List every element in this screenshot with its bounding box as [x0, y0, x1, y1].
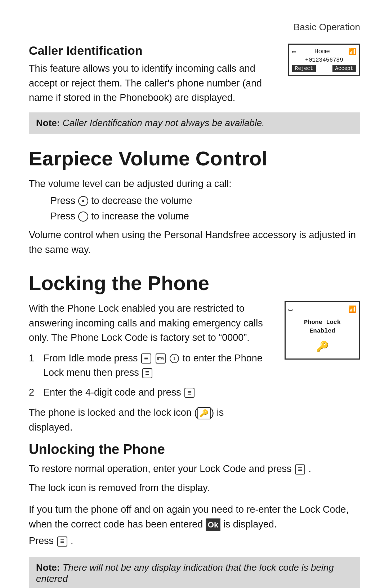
- locking-note: Note: There will not be any display indi…: [29, 557, 360, 588]
- unlocking-press-line: Press ☰ .: [29, 534, 360, 548]
- phone-lock-screen-top: ▭ 📶: [289, 305, 356, 313]
- press-increase-line: Press to increase the volume: [50, 211, 360, 222]
- decrease-text: to decrease the volume: [91, 195, 192, 206]
- step-2-num: 2: [29, 385, 37, 400]
- confirm-btn-icon-2: ☰: [184, 388, 194, 398]
- locking-intro: With the Phone Lock enabled you are rest…: [29, 301, 270, 345]
- earpiece-footer: Volume control when using the Personal H…: [29, 228, 360, 257]
- locking-step-2: 2 Enter the 4-digit code and press ☰: [29, 385, 270, 400]
- menu-btn-icon: ☰: [141, 353, 151, 364]
- unlocking-text-3: If you turn the phone off and on again y…: [29, 502, 360, 531]
- volume-up-btn-icon: [78, 211, 88, 222]
- locking-content: With the Phone Lock enabled you are rest…: [29, 301, 360, 435]
- note2-label: Note:: [36, 562, 60, 573]
- step-2-text: Enter the 4-digit code and press ☰: [43, 385, 195, 400]
- phone-battery-icon: ▭: [292, 48, 296, 55]
- note-text: Caller Identification may not always be …: [63, 117, 265, 128]
- phone-lock-battery-icon: ▭: [289, 305, 292, 313]
- increase-text: to increase the volume: [91, 211, 189, 222]
- phone-signal-icon: 📶: [348, 48, 356, 55]
- earpiece-heading: Earpiece Volume Control: [29, 147, 360, 170]
- page-header-text: Basic Operation: [294, 22, 360, 32]
- caller-id-note: Note: Caller Identification may not alwa…: [29, 112, 360, 134]
- caller-id-heading: Caller Identification: [29, 44, 274, 58]
- volume-down-btn-icon: [78, 196, 88, 206]
- press-increase-label: Press: [50, 211, 75, 222]
- phone-lock-key-icon: 🔑: [289, 338, 356, 356]
- phone-title: Home: [314, 48, 330, 55]
- caller-id-phone-screen: ▭ Home 📶 +0123456789 Reject Accept: [288, 44, 360, 76]
- lock-icon: 🔑: [197, 407, 211, 419]
- lock-result-text: The phone is locked and the lock icon (🔑…: [29, 405, 270, 435]
- phone-lock-signal-icon: 📶: [348, 305, 356, 313]
- locking-heading: Locking the Phone: [29, 271, 360, 295]
- locking-section: Locking the Phone With the Phone Lock en…: [29, 271, 360, 588]
- phone-number-display: +0123456789: [292, 57, 356, 63]
- caller-id-text-block: Caller Identification This feature allow…: [29, 44, 274, 105]
- phone-screen-buttons: Reject Accept: [292, 65, 356, 72]
- final-confirm-btn-icon: ☰: [57, 536, 67, 547]
- unlocking-text-2: The lock icon is removed from the displa…: [29, 481, 360, 495]
- earpiece-section: Earpiece Volume Control The volume level…: [29, 147, 360, 257]
- note-label: Note:: [36, 117, 60, 128]
- confirm-btn-icon-1: ☰: [142, 368, 152, 378]
- phone-lock-screen: ▭ 📶 Phone Lock Enabled 🔑: [285, 301, 360, 360]
- earpiece-intro: The volume level can be adjusted during …: [29, 177, 360, 191]
- locking-text-block: With the Phone Lock enabled you are rest…: [29, 301, 270, 435]
- unlock-confirm-btn-icon: ☰: [295, 464, 305, 475]
- step-1-num: 1: [29, 351, 37, 380]
- step-1-text: From Idle mode press ☰ 8TW 1 to enter th…: [43, 351, 270, 380]
- press-decrease-label: Press: [50, 195, 75, 206]
- ok-badge: Ok: [206, 518, 220, 531]
- one-btn-icon: 1: [170, 354, 179, 363]
- 8-btn-icon: 8TW: [156, 353, 166, 364]
- press-decrease-line: Press to decrease the volume: [50, 195, 360, 206]
- unlocking-text-1: To restore normal operation, enter your …: [29, 462, 360, 476]
- locking-step-1: 1 From Idle mode press ☰ 8TW 1 to enter …: [29, 351, 270, 380]
- reject-button: Reject: [292, 65, 316, 72]
- accept-button: Accept: [332, 65, 356, 72]
- phone-screen-top: ▭ Home 📶: [292, 48, 356, 55]
- unlocking-heading: Unlocking the Phone: [29, 442, 360, 457]
- page-header: Basic Operation: [29, 22, 360, 33]
- caller-id-section: Caller Identification This feature allow…: [29, 44, 360, 105]
- locking-steps: 1 From Idle mode press ☰ 8TW 1 to enter …: [29, 351, 270, 400]
- phone-lock-title: Phone Lock Enabled: [289, 315, 356, 338]
- note2-text: There will not be any display indication…: [36, 562, 334, 584]
- caller-id-body: This feature allows you to identify inco…: [29, 61, 274, 105]
